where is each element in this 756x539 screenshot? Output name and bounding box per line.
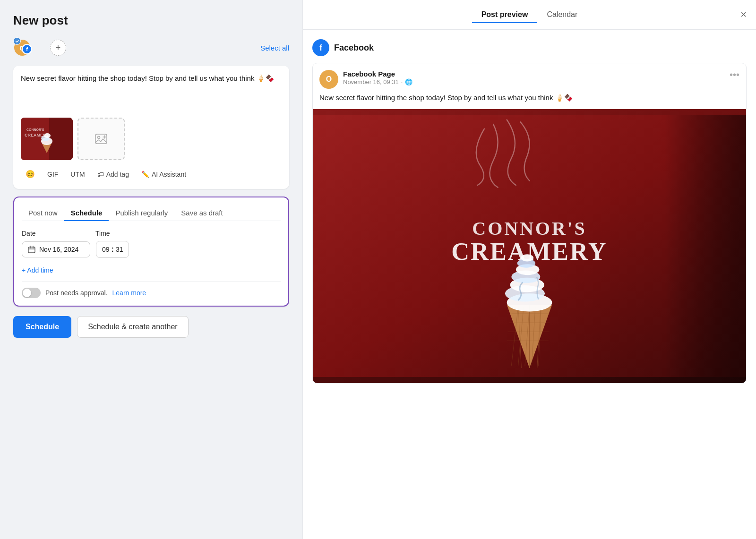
preview-page-name: Facebook Page (343, 70, 730, 78)
add-account-button[interactable]: + (50, 40, 66, 56)
time-separator: : (112, 245, 114, 254)
svg-rect-8 (95, 134, 107, 144)
gif-label: GIF (47, 171, 58, 178)
preview-post-text: New secret flavor hitting the shop today… (313, 93, 746, 109)
account-icons: O f (13, 37, 42, 58)
time-hour: 09 (102, 246, 110, 253)
tag-icon: 🏷 (97, 171, 104, 178)
add-media-button[interactable] (77, 118, 125, 160)
right-tabs: Post preview Calendar (472, 7, 587, 23)
platform-label-row: f Facebook (312, 39, 747, 56)
account-icon-facebook[interactable]: f (22, 44, 32, 54)
preview-image: CONNOR'S CREAMERY (313, 109, 746, 383)
preview-meta: Facebook Page November 16, 09:31 · 🌐 (343, 70, 730, 86)
time-label: Time (95, 230, 162, 237)
tab-schedule[interactable]: Schedule (64, 205, 109, 221)
svg-point-39 (521, 254, 533, 261)
utm-button[interactable]: UTM (66, 168, 89, 181)
dt-labels: Date Time (22, 230, 281, 237)
emoji-icon: 😊 (26, 170, 35, 179)
close-button[interactable]: × (740, 9, 747, 20)
svg-text:CONNOR'S: CONNOR'S (26, 128, 44, 131)
svg-rect-17 (584, 115, 746, 376)
time-input[interactable]: 09 : 31 (96, 241, 129, 258)
platform-label: Facebook (334, 43, 374, 53)
calendar-icon (28, 246, 35, 253)
left-panel: New post O f + Select all New secret fla… (0, 0, 302, 539)
learn-more-link[interactable]: Learn more (112, 289, 146, 297)
ai-assistant-label: AI Assistant (152, 171, 186, 178)
svg-point-9 (98, 137, 100, 139)
emoji-button[interactable]: 😊 (21, 167, 40, 181)
approval-text: Post needs approval. (45, 289, 108, 297)
account-row: O f + Select all (13, 37, 289, 58)
toolbar-row: 😊 GIF UTM 🏷 Add tag ✏️ AI Assistant (21, 167, 282, 181)
schedule-box: Post now Schedule Publish regularly Save… (13, 197, 289, 307)
svg-point-7 (44, 133, 51, 138)
add-tag-button[interactable]: 🏷 Add tag (93, 168, 134, 181)
globe-symbol: 🌐 (405, 78, 412, 86)
media-row: CONNOR'S CREAMERY (21, 118, 282, 160)
post-content-box: New secret flavor hitting the shop today… (13, 66, 289, 189)
tab-post-preview[interactable]: Post preview (472, 7, 538, 23)
approval-toggle[interactable] (22, 288, 41, 298)
select-all-button[interactable]: Select all (260, 44, 289, 52)
check-badge (13, 37, 21, 45)
svg-text:CONNOR'S: CONNOR'S (472, 218, 586, 239)
post-text[interactable]: New secret flavor hitting the shop today… (21, 73, 282, 111)
media-thumbnail[interactable]: CONNOR'S CREAMERY (21, 118, 73, 160)
preview-avatar: O (319, 70, 338, 89)
approval-row: Post needs approval. Learn more (22, 288, 281, 298)
ai-icon: ✏️ (141, 171, 149, 178)
schedule-tabs: Post now Schedule Publish regularly Save… (22, 205, 281, 221)
tab-post-now[interactable]: Post now (22, 205, 64, 221)
dt-inputs: Nov 16, 2024 09 : 31 (22, 241, 281, 258)
divider (22, 282, 281, 282)
tab-calendar[interactable]: Calendar (537, 7, 587, 23)
schedule-and-create-another-button[interactable]: Schedule & create another (77, 316, 188, 338)
page-title: New post (13, 13, 289, 28)
utm-label: UTM (70, 171, 85, 178)
gif-button[interactable]: GIF (43, 168, 63, 181)
globe-icon: · (401, 78, 403, 86)
preview-date: November 16, 09:31 · 🌐 (343, 78, 730, 86)
add-time-button[interactable]: + Add time (22, 265, 53, 276)
date-label: Date (22, 230, 88, 237)
add-time-label: + Add time (22, 266, 53, 274)
date-input[interactable]: Nov 16, 2024 (22, 241, 90, 257)
time-min: 31 (116, 246, 123, 253)
schedule-button[interactable]: Schedule (13, 316, 71, 338)
tab-save-as-draft[interactable]: Save as draft (174, 205, 229, 221)
more-options-icon[interactable]: ••• (730, 70, 739, 79)
right-panel: Post preview Calendar × f Facebook O Fac… (302, 0, 756, 539)
preview-card-header: O Facebook Page November 16, 09:31 · 🌐 •… (313, 63, 746, 93)
date-time-section: Date Time Nov 16, 2024 09 : 31 (22, 230, 281, 258)
preview-card: O Facebook Page November 16, 09:31 · 🌐 •… (312, 63, 747, 384)
svg-rect-1 (49, 118, 73, 160)
preview-content: f Facebook O Facebook Page November 16, … (303, 30, 756, 539)
ai-assistant-button[interactable]: ✏️ AI Assistant (137, 168, 191, 181)
add-tag-label: Add tag (106, 171, 129, 178)
facebook-icon: f (312, 39, 329, 56)
tab-publish-regularly[interactable]: Publish regularly (109, 205, 174, 221)
bottom-buttons: Schedule Schedule & create another (13, 314, 289, 338)
right-header: Post preview Calendar × (303, 0, 756, 30)
date-value: Nov 16, 2024 (39, 246, 78, 253)
svg-rect-12 (28, 247, 35, 253)
